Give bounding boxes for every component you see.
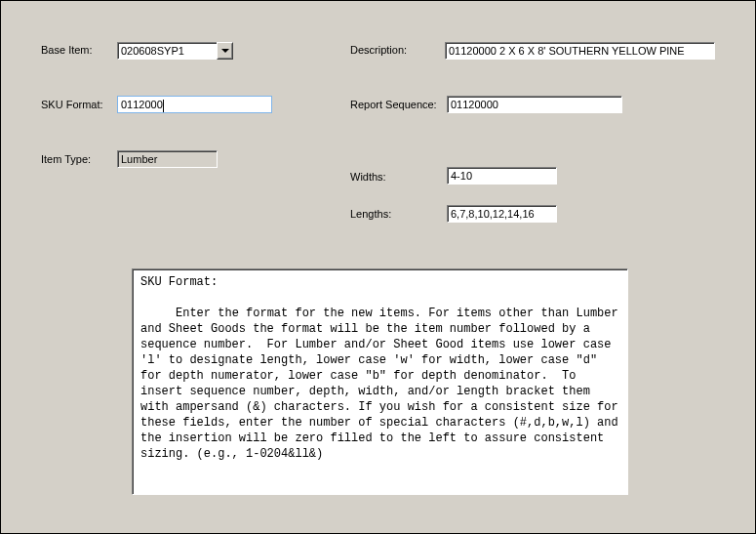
help-text-area: SKU Format: Enter the format for the new… — [132, 268, 628, 495]
item-type-field: Lumber — [117, 150, 218, 168]
base-item-combo[interactable]: 020608SYP1 — [117, 42, 233, 60]
description-label: Description: — [350, 44, 407, 56]
text-cursor — [163, 100, 164, 112]
sku-format-label: SKU Format: — [41, 99, 103, 110]
help-body: Enter the format for the new items. For … — [140, 307, 625, 461]
lengths-label: Lengths: — [350, 208, 391, 220]
widths-input[interactable]: 4-10 — [447, 167, 557, 185]
lengths-input[interactable]: 6,7,8,10,12,14,16 — [447, 205, 557, 223]
report-sequence-input[interactable]: 01120000 — [447, 96, 622, 113]
sku-format-input[interactable]: 0112000 — [117, 96, 272, 113]
help-title: SKU Format: — [140, 275, 218, 289]
base-item-input[interactable]: 020608SYP1 — [117, 42, 217, 60]
base-item-dropdown-button[interactable] — [217, 42, 233, 60]
widths-label: Widths: — [350, 171, 386, 183]
item-type-label: Item Type: — [41, 153, 91, 165]
chevron-down-icon — [221, 49, 229, 53]
description-input[interactable]: 01120000 2 X 6 X 8' SOUTHERN YELLOW PINE — [445, 42, 715, 60]
base-item-label: Base Item: — [41, 44, 93, 56]
report-sequence-label: Report Sequence: — [350, 99, 437, 110]
